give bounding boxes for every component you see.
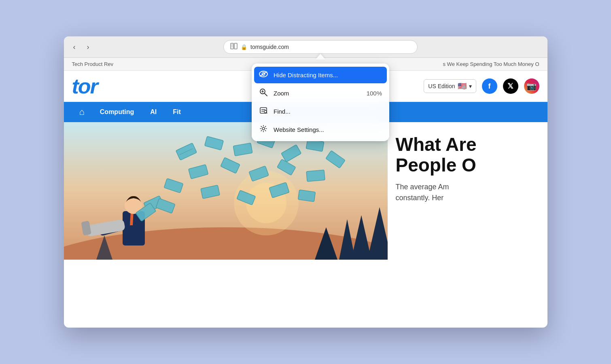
- twitter-x-icon[interactable]: 𝕏: [503, 78, 518, 94]
- browser-window: ‹ › 🔒 tomsguide.com: [64, 36, 547, 328]
- facebook-icon[interactable]: f: [482, 78, 497, 94]
- nav-item-computing[interactable]: Computing: [92, 102, 142, 122]
- context-menu: Hide Distracting Items... Zoom: [252, 63, 389, 141]
- us-flag-icon: 🇺🇸: [458, 82, 467, 91]
- hide-distracting-items-menu-item[interactable]: Hide Distracting Items...: [254, 67, 387, 83]
- svg-rect-0: [231, 43, 233, 49]
- nav-item-ai[interactable]: AI: [142, 102, 165, 122]
- topbar-right: s We Keep Spending Too Much Money O: [443, 61, 539, 67]
- zoom-label: Zoom: [274, 90, 361, 97]
- zoom-icon: [259, 88, 268, 98]
- header-right: US Edition 🇺🇸 ▾ f 𝕏 📷: [424, 78, 539, 94]
- svg-rect-44: [306, 170, 325, 182]
- nav-home-button[interactable]: ⌂: [72, 102, 92, 122]
- browser-chrome: ‹ › 🔒 tomsguide.com: [64, 36, 547, 58]
- back-button[interactable]: ‹: [69, 41, 80, 53]
- website-settings-label: Website Settings...: [274, 126, 382, 133]
- svg-line-9: [265, 93, 267, 96]
- hide-distracting-label: Hide Distracting Items...: [274, 72, 382, 78]
- topbar-left: Tech Product Rev: [72, 61, 114, 67]
- svg-rect-49: [298, 190, 315, 201]
- find-icon: [259, 106, 268, 116]
- browser-toolbar: ‹ › 🔒 tomsguide.com: [64, 36, 547, 57]
- svg-rect-1: [234, 43, 237, 49]
- address-bar-container: 🔒 tomsguide.com: [99, 40, 543, 54]
- hero-section: What Are People O The average Am constan…: [64, 122, 547, 260]
- edition-selector[interactable]: US Edition 🇺🇸 ▾: [424, 79, 476, 93]
- hero-image: [64, 122, 388, 260]
- find-menu-item[interactable]: Find...: [252, 102, 389, 121]
- hero-subtitle: The average Am constantly. Her: [396, 182, 539, 203]
- forward-button[interactable]: ›: [83, 41, 94, 53]
- instagram-icon[interactable]: 📷: [524, 78, 539, 94]
- chevron-down-icon: ▾: [469, 83, 472, 89]
- hide-icon: [259, 71, 268, 79]
- address-bar[interactable]: 🔒 tomsguide.com: [223, 40, 418, 54]
- dropdown-arrow: [316, 54, 325, 59]
- hero-title: What Are People O: [396, 134, 539, 175]
- site-logo: tor: [72, 76, 98, 97]
- lock-icon: 🔒: [241, 44, 247, 50]
- website-settings-menu-item[interactable]: Website Settings...: [252, 121, 389, 139]
- zoom-value: 100%: [367, 90, 382, 97]
- hero-text: What Are People O The average Am constan…: [388, 122, 547, 260]
- find-label: Find...: [274, 108, 382, 115]
- settings-icon: [259, 125, 268, 135]
- reader-icon: [230, 43, 238, 51]
- edition-label: US Edition: [428, 83, 455, 89]
- nav-buttons: ‹ ›: [69, 41, 94, 53]
- nav-item-fitness[interactable]: Fit: [165, 102, 189, 122]
- zoom-menu-item[interactable]: Zoom 100%: [252, 84, 389, 102]
- svg-point-17: [262, 127, 265, 130]
- url-text: tomsguide.com: [250, 44, 289, 50]
